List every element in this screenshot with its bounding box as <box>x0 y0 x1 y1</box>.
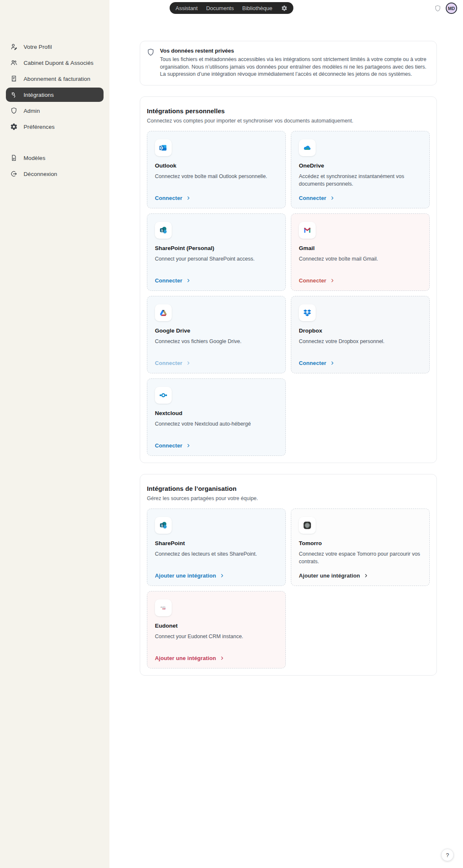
ajouter-une-integration-link-tomorro[interactable]: Ajouter une intégration <box>299 572 368 579</box>
chevron-right-icon <box>186 278 191 283</box>
integration-card-dropbox: Dropbox Connectez votre Dropbox personne… <box>291 296 430 373</box>
tomorro-logo <box>299 517 316 534</box>
help-button[interactable]: ? <box>441 849 454 861</box>
integration-description: Connectez votre boîte mail Gmail. <box>299 255 378 263</box>
integration-description: Connectez votre Nextcloud auto-hébergé <box>155 420 251 428</box>
integrations-page: Vos données restent privées Tous les fic… <box>140 0 437 676</box>
avatar[interactable]: MD <box>446 3 457 14</box>
section-subtitle: Connectez vos comptes pour importer et s… <box>147 118 430 124</box>
sections-container: Intégrations personnelles Connectez vos … <box>140 96 437 676</box>
settings-sidebar: Votre Profil Cabinet Dupont & Associés A… <box>0 0 109 868</box>
svg-text:net: net <box>162 607 166 610</box>
privacy-title: Vos données restent privées <box>160 48 428 54</box>
receipt-icon <box>10 75 18 83</box>
chevron-right-icon <box>330 361 335 365</box>
integration-name: Dropbox <box>299 327 322 334</box>
integration-card-outlook: Outlook Connectez votre boîte mail Outlo… <box>147 131 286 208</box>
sidebar-main-list: Votre Profil Cabinet Dupont & Associés A… <box>6 40 104 134</box>
integration-card-onedrive: OneDrive Accédez et synchronisez instant… <box>291 131 430 208</box>
sidebar-gap <box>6 136 104 151</box>
nextcloud-logo <box>155 387 172 404</box>
integration-name: SharePoint <box>155 540 185 546</box>
integration-description: Connectez vos fichiers Google Drive. <box>155 338 242 345</box>
sidebar-item-label: Préférences <box>24 124 55 130</box>
integration-description: Connectez des lecteurs et sites SharePoi… <box>155 550 257 558</box>
integration-name: OneDrive <box>299 162 324 169</box>
integration-description: Connect your personal SharePoint access. <box>155 255 255 263</box>
integration-name: Google Drive <box>155 327 190 334</box>
outlook-logo <box>155 139 172 156</box>
chevron-right-icon <box>364 573 368 578</box>
sidebar-secondary-list: Modèles Déconnexion <box>6 151 104 181</box>
integration-description: Connectez votre boîte mail Outlook perso… <box>155 173 267 180</box>
chevron-right-icon <box>330 196 335 200</box>
connecter-link-outlook[interactable]: Connecter <box>155 195 191 201</box>
sidebar-item-label: Abonnement & facturation <box>24 76 90 82</box>
sidebar-item-modeles[interactable]: Modèles <box>6 151 104 165</box>
card-grid: Outlook Connectez votre boîte mail Outlo… <box>147 131 430 456</box>
chevron-right-icon <box>186 196 191 200</box>
ajouter-une-integration-link-eudonet[interactable]: Ajouter une intégration <box>155 655 224 661</box>
sidebar-item-cabinet-dupont-associes[interactable]: Cabinet Dupont & Associés <box>6 56 104 70</box>
ajouter-une-integration-link-sharepoint[interactable]: Ajouter une intégration <box>155 572 224 579</box>
sidebar-item-abonnement-facturation[interactable]: Abonnement & facturation <box>6 72 104 86</box>
shield-icon <box>10 107 18 114</box>
topbar-right-cluster: MD <box>434 3 457 14</box>
onedrive-logo <box>299 139 316 156</box>
integration-name: Outlook <box>155 162 176 169</box>
sidebar-item-label: Intégrations <box>24 92 54 98</box>
connecter-link-onedrive[interactable]: Connecter <box>299 195 335 201</box>
sidebar-item-label: Modèles <box>24 155 45 161</box>
sharepoint-logo: S <box>155 222 172 239</box>
svg-text:S: S <box>161 523 163 527</box>
section-title: Intégrations personnelles <box>147 107 430 114</box>
integration-name: Nextcloud <box>155 410 182 416</box>
integration-card-google-drive: Google Drive Connectez vos fichiers Goog… <box>147 296 286 373</box>
integration-description: Accédez et synchronisez instantanément v… <box>299 173 423 188</box>
integration-description: Connectez votre espace Tomorro pour parc… <box>299 550 423 565</box>
gear-icon <box>10 123 18 130</box>
sidebar-item-label: Déconnexion <box>24 171 57 177</box>
sidebar-item-label: Admin <box>24 108 40 114</box>
integration-description: Connectez votre Dropbox personnel. <box>299 338 385 345</box>
chevron-right-icon <box>186 361 191 365</box>
connecter-link-sharepoint-personal[interactable]: Connecter <box>155 277 191 284</box>
connecter-link-google-drive[interactable]: Connecter <box>155 360 191 366</box>
integrations-section: Intégrations personnelles Connectez vos … <box>140 96 437 463</box>
integration-card-sharepoint: S SharePoint Connectez des lecteurs et s… <box>147 509 286 586</box>
connecter-link-nextcloud[interactable]: Connecter <box>155 442 191 449</box>
shield-icon <box>146 48 155 56</box>
connecter-link-dropbox[interactable]: Connecter <box>299 360 335 366</box>
sidebar-item-admin[interactable]: Admin <box>6 104 104 118</box>
integration-name: Gmail <box>299 245 315 251</box>
users-icon <box>10 59 18 67</box>
integration-description: Connect your Eudonet CRM instance. <box>155 633 243 640</box>
svg-text:S: S <box>161 228 163 232</box>
integration-card-gmail: Gmail Connectez votre boîte mail Gmail. … <box>291 213 430 291</box>
eudonet-logo: eudonet <box>155 599 172 616</box>
section-subtitle: Gérez les sources partagées pour votre é… <box>147 495 430 501</box>
sidebar-item-deconnexion[interactable]: Déconnexion <box>6 167 104 181</box>
chevron-right-icon <box>330 278 335 283</box>
sidebar-item-integrations[interactable]: Intégrations <box>6 88 104 102</box>
chevron-right-icon <box>220 573 224 578</box>
integration-card-nextcloud: Nextcloud Connectez votre Nextcloud auto… <box>147 378 286 456</box>
gdrive-logo <box>155 304 172 321</box>
connecter-link-gmail[interactable]: Connecter <box>299 277 335 284</box>
dropbox-logo <box>299 304 316 321</box>
plug-icon <box>10 91 18 99</box>
sidebar-item-preferences[interactable]: Préférences <box>6 120 104 134</box>
chevron-right-icon <box>220 656 224 660</box>
sharepoint-logo: S <box>155 517 172 534</box>
integration-name: Tomorro <box>299 540 322 546</box>
gmail-logo <box>299 222 316 239</box>
sidebar-item-votre-profil[interactable]: Votre Profil <box>6 40 104 54</box>
integration-card-tomorro: Tomorro Connectez votre espace Tomorro p… <box>291 509 430 586</box>
card-grid: S SharePoint Connectez des lecteurs et s… <box>147 509 430 668</box>
privacy-notice-text: Vos données restent privées Tous les fic… <box>160 48 428 78</box>
user-edit-icon <box>10 43 18 51</box>
chevron-right-icon <box>186 443 191 448</box>
integration-card-sharepoint-personal: S SharePoint (Personal) Connect your per… <box>147 213 286 291</box>
section-title: Intégrations de l’organisation <box>147 485 430 492</box>
integration-card-eudonet: eudonet Eudonet Connect your Eudonet CRM… <box>147 591 286 668</box>
